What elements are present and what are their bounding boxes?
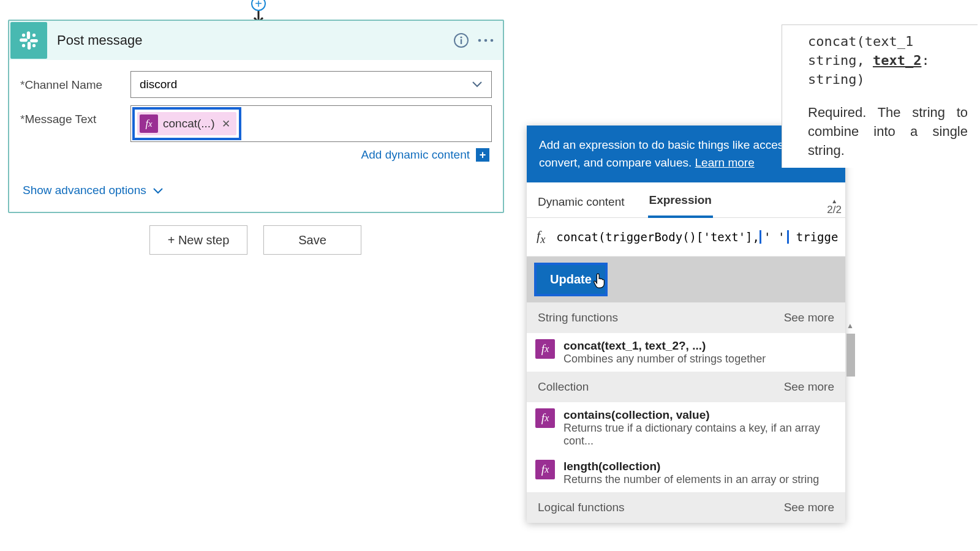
expr-highlight: ' ' bbox=[760, 230, 789, 244]
scroll-up-arrow[interactable]: ▲ bbox=[846, 321, 854, 330]
fn-signature: contains(collection, value) bbox=[564, 408, 837, 422]
show-advanced-options[interactable]: Show advanced options bbox=[20, 169, 492, 206]
flow-footer-buttons: + New step Save bbox=[149, 225, 361, 255]
token-label: concat(...) bbox=[163, 117, 214, 130]
channel-name-select[interactable]: discord bbox=[130, 71, 492, 98]
add-dynamic-plus-icon[interactable]: + bbox=[476, 148, 489, 162]
save-button[interactable]: Save bbox=[263, 225, 361, 255]
card-body: *Channel Name discord *Message Text bbox=[9, 60, 503, 212]
scrollbar-thumb[interactable] bbox=[846, 334, 855, 377]
tab-counter: ▲ 2/2 bbox=[827, 197, 842, 214]
fn-description: Combines any number of strings together bbox=[564, 353, 766, 365]
card-title: Post message bbox=[47, 32, 449, 48]
action-card-post-message: Post message *Channel Name discord bbox=[8, 20, 504, 213]
add-node-plus[interactable]: + bbox=[251, 0, 266, 11]
add-dynamic-content-link[interactable]: Add dynamic content bbox=[361, 148, 470, 162]
label-message-text: *Message Text bbox=[20, 105, 130, 126]
section-collection: Collection See more bbox=[527, 372, 845, 402]
row-channel-name: *Channel Name discord bbox=[20, 71, 492, 98]
new-step-button[interactable]: + New step bbox=[149, 225, 247, 255]
fn-contains[interactable]: fx contains(collection, value) Returns t… bbox=[527, 402, 845, 454]
tooltip-description: Required. The string to combine into a s… bbox=[808, 103, 968, 160]
message-text-input[interactable]: fx concat(...) ✕ bbox=[130, 105, 492, 142]
expression-token-concat[interactable]: fx concat(...) ✕ bbox=[137, 112, 236, 135]
cursor-hand-icon bbox=[593, 272, 606, 290]
section-title: Collection bbox=[538, 380, 589, 394]
expression-input-row: fx concat(triggerBody()['text'],' ' trig… bbox=[527, 218, 845, 257]
learn-more-link[interactable]: Learn more bbox=[695, 156, 755, 169]
token-remove[interactable]: ✕ bbox=[219, 118, 230, 130]
svg-point-13 bbox=[484, 39, 488, 42]
tab-dynamic-content[interactable]: Dynamic content bbox=[537, 184, 626, 217]
fn-description: Returns the number of elements in an arr… bbox=[564, 473, 819, 486]
chevron-down-icon bbox=[153, 187, 164, 194]
svg-point-6 bbox=[32, 34, 36, 37]
see-more-link[interactable]: See more bbox=[784, 501, 834, 514]
svg-point-8 bbox=[32, 44, 36, 47]
svg-rect-2 bbox=[20, 39, 28, 42]
section-title: String functions bbox=[538, 311, 618, 324]
section-string-functions: String functions See more bbox=[527, 302, 845, 333]
slack-icon bbox=[10, 22, 47, 59]
svg-point-5 bbox=[22, 34, 25, 37]
signature-tooltip: concat(text_1 string, text_2: string) Re… bbox=[782, 24, 978, 168]
fn-concat[interactable]: fx concat(text_1, text_2?, ...) Combines… bbox=[527, 333, 845, 372]
tab-expression[interactable]: Expression bbox=[648, 182, 713, 218]
see-more-link[interactable]: See more bbox=[784, 311, 834, 324]
svg-rect-4 bbox=[30, 39, 38, 42]
function-list: String functions See more fx concat(text… bbox=[527, 302, 845, 523]
info-icon[interactable] bbox=[449, 28, 473, 53]
more-menu-icon[interactable] bbox=[473, 28, 498, 53]
fn-signature: length(collection) bbox=[564, 460, 819, 473]
svg-point-14 bbox=[491, 39, 494, 42]
label-channel-name: *Channel Name bbox=[20, 71, 130, 92]
fn-length[interactable]: fx length(collection) Returns the number… bbox=[527, 454, 845, 492]
svg-point-10 bbox=[460, 36, 462, 38]
fn-description: Returns true if a dictionary contains a … bbox=[564, 422, 837, 448]
channel-name-value: discord bbox=[140, 78, 177, 91]
tooltip-signature: concat(text_1 string, text_2: string) bbox=[808, 32, 968, 89]
see-more-link[interactable]: See more bbox=[784, 380, 834, 394]
fx-icon: fx bbox=[140, 114, 158, 133]
section-title: Logical functions bbox=[538, 501, 625, 514]
fx-icon: fx bbox=[534, 228, 549, 246]
popup-tabs: Dynamic content Expression ▲ 2/2 bbox=[527, 182, 845, 218]
expression-input[interactable]: concat(triggerBody()['text'],' ' trigger bbox=[556, 230, 838, 244]
update-row: Update bbox=[527, 257, 845, 302]
svg-rect-3 bbox=[28, 42, 31, 50]
svg-rect-1 bbox=[27, 31, 30, 39]
section-logical-functions: Logical functions See more bbox=[527, 492, 845, 523]
fx-icon: fx bbox=[535, 408, 555, 428]
svg-rect-11 bbox=[461, 39, 462, 44]
card-header: Post message bbox=[9, 21, 503, 60]
fx-icon: fx bbox=[535, 339, 555, 359]
expression-popup: Add an expression to do basic things lik… bbox=[527, 126, 845, 523]
svg-point-12 bbox=[478, 39, 481, 42]
fn-signature: concat(text_1, text_2?, ...) bbox=[564, 339, 766, 353]
fx-icon: fx bbox=[535, 460, 555, 479]
row-message-text: *Message Text fx concat(...) ✕ Add dynam… bbox=[20, 105, 492, 162]
chevron-down-icon bbox=[472, 79, 483, 90]
svg-point-7 bbox=[22, 44, 25, 47]
